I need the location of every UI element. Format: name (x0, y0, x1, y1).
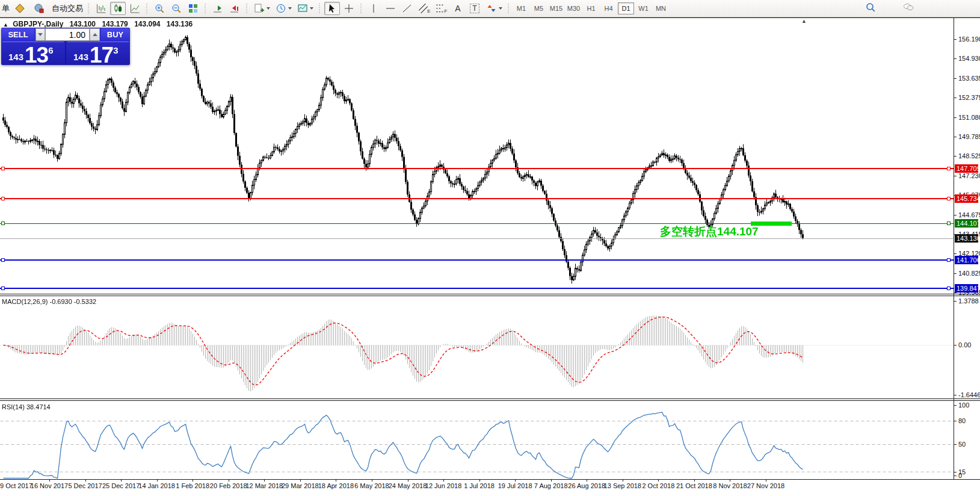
cursor-button[interactable] (324, 2, 340, 15)
scroll-to-end-marker[interactable]: ▲ (801, 18, 807, 24)
new-order-button[interactable]: 单 (0, 3, 11, 14)
rsi-axis-tick (954, 405, 957, 406)
macd-label: MACD(12,26,9) -0.6930 -0.5332 (2, 298, 96, 305)
line-handle[interactable] (1, 287, 5, 290)
time-axis-label: 18 Apr 2018 (318, 482, 354, 489)
buy-button[interactable]: BUY (101, 28, 129, 41)
timeframe-mn[interactable]: MN (653, 2, 669, 14)
macd-axis-label: 1.3788 (958, 297, 979, 305)
new-chart-button[interactable] (251, 2, 272, 15)
line-handle[interactable] (947, 167, 951, 170)
horizontal-line[interactable] (0, 223, 954, 224)
macd-axis-tick (954, 395, 957, 395)
price-badge: 139.847 (955, 284, 978, 293)
line-handle[interactable] (947, 287, 951, 290)
chart-candles-button[interactable] (110, 2, 126, 15)
search-icon[interactable] (865, 2, 876, 13)
crosshair-button[interactable] (341, 2, 357, 15)
sell-button[interactable]: SELL (2, 28, 34, 41)
new-order-icon[interactable] (12, 2, 28, 15)
time-axis-tick (85, 480, 86, 482)
price-axis-label: 148.525 (958, 152, 980, 160)
time-axis-tick (515, 480, 516, 482)
time-axis-tick (193, 480, 193, 482)
time-axis-tick (49, 480, 50, 482)
arrows-tool[interactable] (484, 2, 504, 15)
time-axis-border (0, 479, 980, 480)
pane-separator[interactable] (0, 400, 980, 401)
horizontal-line[interactable] (0, 168, 954, 169)
time-axis-tick (229, 480, 229, 482)
chat-icon[interactable] (901, 2, 916, 13)
chart-bars-button[interactable] (93, 2, 109, 15)
rsi-axis-tick (954, 476, 957, 476)
sell-price[interactable]: 143 13 6 (8, 43, 54, 64)
main-chart-canvas[interactable] (0, 18, 954, 294)
dropdown-caret (288, 7, 292, 10)
macd-canvas[interactable] (0, 296, 954, 398)
mt4-terminal: 单 自动交易 (0, 0, 980, 496)
timeframe-m1[interactable]: M1 (513, 2, 529, 14)
line-handle[interactable] (1, 197, 5, 200)
volume-increase-button[interactable] (90, 28, 100, 41)
chart-shift-button[interactable] (227, 2, 242, 15)
templates-button[interactable] (295, 2, 315, 15)
horizontal-line-tool[interactable] (383, 2, 398, 15)
horizontal-line[interactable] (0, 259, 954, 261)
rsi-canvas[interactable] (0, 401, 954, 479)
autotrading-label[interactable]: 自动交易 (50, 3, 85, 14)
price-axis-label: 144.675 (958, 211, 980, 219)
line-handle[interactable] (1, 167, 5, 170)
time-axis-label: 2 Oct 2018 (642, 482, 674, 489)
time-axis-label: 13 Sep 2018 (604, 482, 641, 489)
macd-axis-label: -1.6446 (958, 391, 980, 398)
timeframe-w1[interactable]: W1 (635, 2, 652, 14)
auto-scroll-button[interactable] (210, 2, 226, 15)
price-axis-label: 151.080 (958, 114, 980, 121)
autotrading-icon[interactable] (29, 2, 49, 15)
timeframe-m15[interactable]: M15 (548, 2, 564, 14)
toolbar-grip (507, 2, 511, 14)
trendline-tool[interactable] (399, 2, 415, 15)
vertical-line-tool[interactable] (366, 2, 381, 15)
timeframe-m30[interactable]: M30 (566, 2, 582, 14)
pane-separator[interactable] (0, 398, 980, 399)
sell-price-big: 13 (25, 46, 48, 64)
zoom-in-button[interactable] (152, 2, 167, 15)
symbol-name: GBPJPY-,Daily (13, 20, 63, 28)
horizontal-line[interactable] (0, 288, 954, 289)
timeframe-d1[interactable]: D1 (618, 2, 634, 14)
collapse-icon[interactable]: ▲ (3, 22, 8, 28)
volume-decrease-button[interactable] (35, 28, 45, 41)
line-handle[interactable] (947, 222, 951, 225)
volume-input[interactable] (45, 28, 90, 41)
buy-price[interactable]: 143 17 3 (73, 43, 119, 64)
periods-button[interactable] (273, 2, 294, 15)
rsi-axis-label: 0 (958, 472, 962, 479)
timeframe-m5[interactable]: M5 (531, 2, 547, 14)
horizontal-line[interactable] (0, 198, 954, 199)
timeframe-h1[interactable]: H1 (583, 2, 599, 14)
time-axis-label: 26 Aug 2018 (568, 482, 605, 489)
timeframe-h4[interactable]: H4 (600, 2, 617, 14)
line-handle[interactable] (1, 222, 5, 225)
annotation-text[interactable]: 多空转折点144.107 (660, 224, 759, 240)
tile-windows-button[interactable] (185, 2, 201, 15)
time-axis-label: 14 Jan 2018 (138, 482, 175, 489)
chart-line-button[interactable] (127, 2, 143, 15)
toolbar-grip (245, 2, 249, 14)
zoom-out-button[interactable] (168, 2, 184, 15)
pane-separator[interactable] (0, 294, 980, 294)
fibonacci-tool[interactable]: F (433, 2, 449, 15)
line-handle[interactable] (947, 258, 951, 262)
ohlc-high: 143.179 (102, 20, 128, 28)
text-tool[interactable]: A (450, 2, 466, 15)
line-handle[interactable] (947, 197, 951, 200)
equidistant-channel-tool[interactable]: E (416, 2, 432, 15)
rsi-axis-tick (954, 444, 957, 445)
line-handle[interactable] (1, 258, 5, 262)
time-axis-label: 1 Jul 2018 (464, 482, 495, 489)
price-axis-label: 147.230 (958, 172, 980, 179)
text-label-tool[interactable]: T (467, 2, 482, 15)
rsi-axis-tick (954, 421, 957, 421)
